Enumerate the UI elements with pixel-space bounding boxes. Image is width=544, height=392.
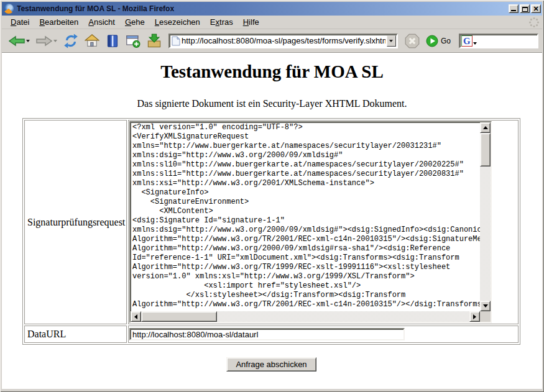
downloads-icon (147, 34, 162, 48)
navigation-toolbar: Go G (2, 29, 542, 53)
signature-request-xml: <?xml version="1.0" encoding="UTF-8"?> <… (131, 122, 480, 311)
verify-form: Signaturprüfungsrequest <?xml version="1… (22, 118, 520, 345)
vertical-scrollbar[interactable] (480, 122, 491, 311)
firefox-logo-icon (4, 4, 14, 14)
title-bar[interactable]: Testanwendung für MOA SL - Mozilla Firef… (2, 2, 542, 16)
scroll-down-button[interactable] (480, 301, 491, 311)
bookmark-icon (106, 34, 119, 48)
arrow-down-icon (483, 304, 488, 308)
new-window-button[interactable] (124, 32, 142, 50)
menu-bearbeiten[interactable]: Bearbeiten (34, 16, 83, 28)
signature-request-textarea[interactable]: <?xml version="1.0" encoding="UTF-8"?> <… (129, 121, 492, 323)
window-title: Testanwendung für MOA SL - Mozilla Firef… (17, 4, 509, 13)
menu-lesezeichen[interactable]: Lesezeichen (150, 16, 205, 28)
search-bar[interactable]: G (459, 34, 538, 48)
downloads-button[interactable] (145, 32, 164, 50)
menu-extras[interactable]: Extras (205, 16, 238, 28)
url-input[interactable] (180, 35, 387, 47)
chevron-down-icon (389, 40, 393, 42)
bookmarks-button[interactable] (104, 32, 121, 50)
reload-icon (63, 34, 78, 48)
vertical-scroll-thumb[interactable] (480, 133, 491, 166)
back-dropdown-icon[interactable] (26, 40, 30, 42)
arrow-left-icon (134, 314, 137, 319)
menu-hilfe[interactable]: Hilfe (238, 16, 264, 28)
scroll-left-button[interactable] (131, 311, 141, 322)
signature-request-label: Signaturprüfungsrequest (24, 120, 127, 324)
table-row: Signaturprüfungsrequest <?xml version="1… (24, 120, 519, 324)
throbber-icon (528, 17, 540, 28)
submit-button[interactable]: Anfrage abschicken (226, 357, 316, 371)
scroll-up-button[interactable] (480, 122, 491, 133)
menu-ansicht[interactable]: Ansicht (83, 16, 120, 28)
page-title: Testanwendung für MOA SL (2, 62, 542, 82)
search-input[interactable] (477, 36, 536, 46)
home-button[interactable] (83, 32, 101, 50)
forward-button[interactable] (34, 34, 59, 48)
reload-button[interactable] (62, 32, 80, 50)
url-bar[interactable] (168, 34, 398, 48)
go-label: Go (441, 37, 451, 45)
url-dropdown-button[interactable] (387, 35, 396, 47)
maximize-icon (522, 7, 528, 12)
menu-gehe[interactable]: Gehe (120, 16, 150, 28)
menu-datei[interactable]: Datei (6, 16, 34, 28)
home-icon (85, 34, 99, 48)
go-icon (426, 35, 438, 47)
window-controls: ✕ (509, 4, 541, 13)
verify-form-table: Signaturprüfungsrequest <?xml version="1… (22, 118, 520, 345)
firefox-window: Testanwendung für MOA SL - Mozilla Firef… (0, 0, 544, 392)
submit-row: Anfrage abschicken (22, 357, 520, 371)
horizontal-scroll-thumb[interactable] (141, 311, 217, 322)
horizontal-scrollbar[interactable] (131, 311, 480, 322)
minimize-icon (511, 10, 516, 11)
page-content: Testanwendung für MOA SL Das signierte D… (2, 53, 542, 389)
table-row: DataURL (24, 326, 519, 343)
forward-dropdown-icon[interactable] (53, 40, 57, 42)
stop-icon (405, 34, 420, 48)
dataurl-input[interactable] (129, 328, 405, 340)
new-window-icon (126, 34, 141, 48)
stop-button[interactable] (403, 32, 422, 50)
maximize-button[interactable] (520, 4, 530, 13)
close-icon: ✕ (533, 5, 538, 12)
scrollbar-corner (480, 311, 491, 322)
forward-icon (36, 35, 52, 47)
go-button[interactable]: Go (424, 33, 454, 49)
page-icon (172, 36, 180, 46)
arrow-right-icon (473, 314, 476, 319)
dataurl-label: DataURL (24, 326, 127, 343)
page-subtitle: Das signierte Dokument ist ein Security-… (2, 98, 542, 109)
back-icon (9, 35, 25, 47)
arrow-up-icon (483, 126, 488, 129)
menu-bar: Datei Bearbeiten Ansicht Gehe Lesezeiche… (2, 16, 542, 29)
scroll-right-button[interactable] (469, 311, 480, 322)
back-button[interactable] (7, 34, 32, 48)
minimize-button[interactable] (509, 4, 519, 13)
google-icon: G (461, 35, 473, 47)
close-button[interactable]: ✕ (531, 4, 541, 13)
